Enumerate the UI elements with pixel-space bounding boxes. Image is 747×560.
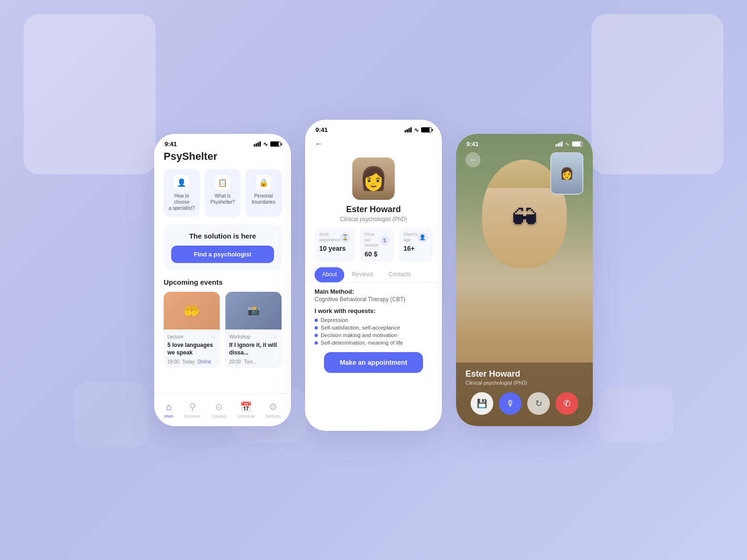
tab-reviews[interactable]: Reviews bbox=[344, 267, 381, 282]
nav-main[interactable]: ⌂ Main bbox=[164, 402, 174, 419]
request-list: Depression Self-satisfaction, self-accep… bbox=[315, 317, 432, 346]
appointment-button[interactable]: Make an appointment bbox=[324, 352, 423, 373]
what-icon: 📋 bbox=[215, 175, 230, 190]
video-spacer bbox=[456, 197, 593, 362]
request-satisfaction: Self-satisfaction, self-acceptance bbox=[315, 325, 432, 330]
tab-row: About Reviews Contacts bbox=[305, 267, 442, 282]
request-depression: Depression bbox=[315, 317, 432, 323]
experience-icon: ⌛ bbox=[340, 232, 350, 243]
time-2: 9:41 bbox=[315, 126, 328, 133]
age-icon: 👤 bbox=[417, 232, 428, 243]
video-nav-row: ← 👩 bbox=[456, 150, 593, 197]
events-row: 🤲 Lecture ☆ 5 love languages we speak 19… bbox=[164, 292, 282, 368]
main-method-value: Cognitive Behavioral Therapy (CBT) bbox=[315, 296, 432, 303]
status-icons-2: ∿ bbox=[405, 127, 432, 133]
heart-icon: 🤲 bbox=[183, 303, 200, 319]
lecture-image: 🤲 bbox=[164, 292, 220, 329]
catalog-icon: ⊙ bbox=[215, 401, 223, 412]
video-top-bar: 9:41 ∿ bbox=[456, 134, 593, 150]
end-call-icon: ✆ bbox=[564, 398, 571, 409]
bottom-nav: ⌂ Main ⚲ Discover ⊙ Catalog 📅 Schedule ⚙… bbox=[154, 393, 291, 426]
back-button-profile[interactable]: ← bbox=[315, 139, 432, 149]
quick-action-choose[interactable]: 👤 How to choosea specialist? bbox=[164, 169, 200, 217]
battery-icon-1 bbox=[270, 141, 281, 147]
stat-age-top: Client'sage 👤 bbox=[404, 232, 428, 243]
signal-icon-1 bbox=[254, 141, 261, 147]
nav-settings[interactable]: ⚙ Settings bbox=[266, 401, 281, 419]
video-back-button[interactable]: ← bbox=[465, 152, 481, 167]
app-title: PsyShelter bbox=[164, 150, 282, 163]
quick-action-boundaries[interactable]: 🔒 Personalboundaries bbox=[245, 169, 282, 217]
lecture-meta: 19:00 Today Online bbox=[167, 359, 216, 364]
profile-header-area: ← bbox=[305, 136, 442, 149]
stat-age: Client'sage 👤 16+ bbox=[399, 228, 432, 262]
quick-action-what[interactable]: 📋 What isPsyshelter? bbox=[205, 169, 241, 217]
nav-catalog[interactable]: ⊙ Catalog bbox=[212, 401, 226, 419]
lecture-location: Online bbox=[198, 359, 211, 364]
request-1-text: Depression bbox=[321, 317, 348, 323]
workshop-img-icon: 📸 bbox=[247, 305, 260, 317]
signal-icon-3 bbox=[556, 141, 563, 147]
file-button[interactable]: 💾 bbox=[471, 392, 493, 415]
profile-avatar: 👩 bbox=[352, 157, 395, 200]
lecture-day: Today bbox=[182, 359, 195, 364]
stat-price-value: 60 $ bbox=[365, 250, 390, 258]
battery-icon-3 bbox=[572, 141, 582, 147]
lecture-name: 5 love languages we speak bbox=[167, 342, 216, 356]
find-psychologist-button[interactable]: Find a psychologist bbox=[171, 246, 274, 263]
nav-schedule-label: Schedule bbox=[237, 414, 255, 419]
home-icon: ⌂ bbox=[166, 402, 172, 412]
end-call-button[interactable]: ✆ bbox=[556, 392, 578, 415]
request-4-text: Self-determination, meaning of life bbox=[321, 340, 403, 346]
lecture-time: 19:00 bbox=[167, 359, 179, 364]
choose-icon: 👤 bbox=[174, 175, 189, 190]
upcoming-title: Upcoming events bbox=[164, 278, 282, 286]
profile-header: 👩 Ester Howard Clinical psychologist (Ph… bbox=[305, 153, 442, 228]
phones-container: 9:41 ∿ PsyShelter 👤 How t bbox=[154, 129, 593, 431]
lecture-star-icon: ☆ bbox=[211, 333, 216, 340]
event-workshop[interactable]: 📸 Workshop ☆ If I ignore it, it will dis… bbox=[225, 292, 282, 368]
wifi-icon-2: ∿ bbox=[414, 127, 419, 133]
nav-discover[interactable]: ⚲ Discover bbox=[184, 401, 201, 419]
mic-button[interactable]: 🎙 bbox=[499, 392, 522, 415]
stat-price: Price persession $ 60 $ bbox=[360, 228, 394, 262]
signal-icon-2 bbox=[405, 127, 412, 132]
mic-icon: 🎙 bbox=[506, 399, 515, 409]
request-self-determination: Self-determination, meaning of life bbox=[315, 340, 432, 346]
solution-title: The solution is here bbox=[171, 232, 274, 240]
about-section: Main Method: Cognitive Behavioral Therap… bbox=[305, 288, 442, 373]
stats-row: Workexpeirence ⌛ 10 years Price persessi… bbox=[305, 228, 442, 262]
choose-label: How to choosea specialist? bbox=[167, 193, 196, 211]
stat-price-label: Price persession bbox=[365, 232, 380, 248]
phone-profile: 9:41 ∿ ← 👩 bbox=[305, 120, 442, 431]
bullet-2 bbox=[315, 326, 318, 329]
status-bar-2: 9:41 ∿ bbox=[305, 120, 442, 136]
tab-about[interactable]: About bbox=[315, 267, 344, 282]
workshop-type: Workshop bbox=[229, 334, 250, 339]
event-lecture[interactable]: 🤲 Lecture ☆ 5 love languages we speak 19… bbox=[164, 292, 220, 368]
battery-icon-2 bbox=[421, 127, 432, 132]
video-overlay: 9:41 ∿ ← 👩 bbox=[456, 134, 593, 426]
quick-actions: 👤 How to choosea specialist? 📋 What isPs… bbox=[164, 169, 282, 217]
avatar-image: 👩 bbox=[352, 157, 395, 200]
nav-schedule[interactable]: 📅 Schedule bbox=[237, 401, 255, 419]
rotate-button[interactable]: ↻ bbox=[527, 392, 550, 415]
bullet-4 bbox=[315, 341, 318, 345]
video-controls: 💾 🎙 ↻ ✆ bbox=[465, 392, 583, 415]
video-bottom-bar: Ester Howard Clinical psychologist (PhD)… bbox=[456, 362, 593, 426]
thumb-avatar: 👩 bbox=[551, 153, 582, 194]
stat-age-value: 16+ bbox=[404, 245, 428, 252]
status-icons-1: ∿ bbox=[254, 141, 281, 148]
schedule-icon: 📅 bbox=[240, 401, 252, 412]
wifi-icon-1: ∿ bbox=[263, 141, 268, 148]
search-icon: ⚲ bbox=[189, 401, 196, 412]
rotate-icon: ↻ bbox=[535, 398, 542, 409]
tab-contacts[interactable]: Contacts bbox=[381, 267, 418, 282]
workshop-name: If I ignore it, it will dissa... bbox=[229, 342, 278, 356]
requests-label: I work with requests: bbox=[315, 307, 432, 314]
caller-title: Clinical psychologist (PhD) bbox=[465, 380, 583, 386]
stat-experience-top: Workexpeirence ⌛ bbox=[319, 232, 350, 243]
video-status-icons: ∿ bbox=[556, 141, 582, 148]
nav-settings-label: Settings bbox=[266, 414, 281, 419]
bullet-1 bbox=[315, 319, 318, 322]
